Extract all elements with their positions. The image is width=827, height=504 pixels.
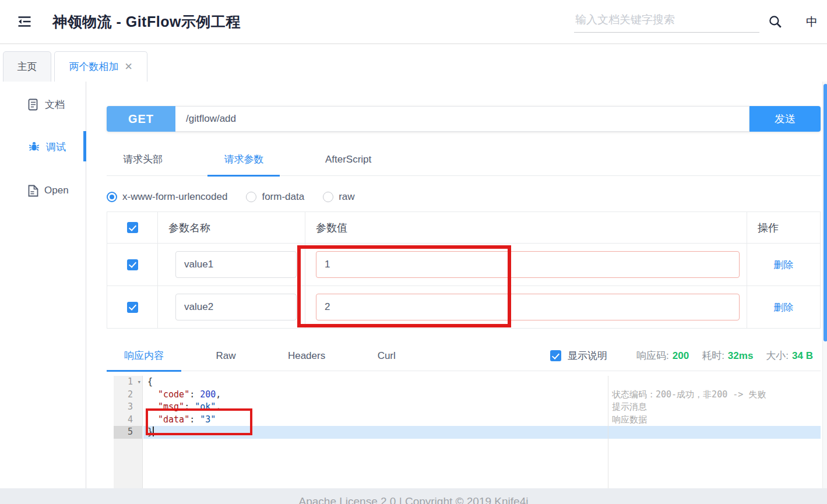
response-header: 响应内容 Raw Headers Curl 显示说明 响应码:200 耗时:32… <box>107 341 821 371</box>
request-url-input[interactable] <box>175 106 749 132</box>
code-line-3: "msg": "ok", <box>143 401 608 414</box>
body-type-options: x-www-form-urlencoded form-data raw <box>107 185 374 209</box>
tab-home[interactable]: 主页 <box>3 51 51 82</box>
tab-headers[interactable]: Headers <box>270 341 343 371</box>
doc-search <box>574 11 759 33</box>
response-tabs: 响应内容 Raw Headers Curl <box>107 341 428 371</box>
note-data: 响应数据 <box>608 414 821 427</box>
radio-label-urlencoded[interactable]: x-www-form-urlencoded <box>122 191 227 203</box>
knife4j-debug-page: 神领物流 - GitFlow示例工程 中 主页 两个数相加 ✕ <box>0 0 827 504</box>
footer-license-text: Apache License 2.0 | Copyright © 2019 Kn… <box>299 494 529 504</box>
row1-name-input[interactable] <box>175 251 297 278</box>
editor-gutter: 1▾ 2 3 4 5 <box>114 376 143 488</box>
note-status-code: 状态编码：200-成功，非200 -> 失败 <box>608 389 821 401</box>
bug-icon <box>28 141 40 153</box>
line-number: 2 <box>114 389 142 401</box>
menu-fold-icon <box>16 13 33 30</box>
fold-icon[interactable]: ▾ <box>137 376 141 389</box>
col-header-param-value: 参数值 <box>305 221 347 235</box>
sidebar-item-doc-label: 文档 <box>45 98 65 111</box>
code-line-2: "code": 200, <box>143 389 608 401</box>
elapsed-item: 耗时:32ms <box>702 349 753 362</box>
radio-label-form-data[interactable]: form-data <box>262 191 304 203</box>
search-icon[interactable] <box>768 14 783 29</box>
tab-home-label: 主页 <box>17 60 37 73</box>
radio-form-data[interactable] <box>246 192 256 202</box>
tab-afterscript[interactable]: AfterScript <box>309 144 388 175</box>
row2-value-input[interactable] <box>316 294 740 320</box>
code-line-1: { <box>143 376 608 389</box>
line-number: 3 <box>114 401 142 414</box>
tab-add-label: 两个数相加 <box>69 60 118 73</box>
json-response-body[interactable]: { "code": 200, "msg": "ok", "data": "3" … <box>143 376 608 488</box>
params-table-header: 参数名称 参数值 操作 <box>107 212 820 243</box>
menu-fold-button[interactable] <box>16 13 33 30</box>
sidebar-item-open-label: Open <box>44 185 69 196</box>
document-icon <box>28 98 39 111</box>
row2-delete-link[interactable]: 删除 <box>774 301 794 314</box>
app-header: 神领物流 - GitFlow示例工程 中 <box>0 0 827 44</box>
radio-label-raw[interactable]: raw <box>339 191 354 203</box>
tab-request-headers[interactable]: 请求头部 <box>107 144 179 175</box>
line-number: 4 <box>114 414 142 427</box>
field-description-panel: 状态编码：200-成功，非200 -> 失败 提示消息 响应数据 <box>608 376 821 488</box>
line-number: 1▾ <box>114 376 142 389</box>
search-input[interactable] <box>575 13 758 26</box>
param-row-value2: 删除 <box>107 286 820 328</box>
row2-name-input[interactable] <box>175 294 297 320</box>
sidebar-item-doc[interactable]: 文档 <box>0 94 86 114</box>
http-method-badge[interactable]: GET <box>107 106 175 132</box>
tab-response-content[interactable]: 响应内容 <box>107 341 181 371</box>
line-number-current: 5 <box>114 426 142 439</box>
tab-raw[interactable]: Raw <box>198 341 253 371</box>
response-meta: 显示说明 响应码:200 耗时:32ms 大小:34 B <box>550 349 821 362</box>
sidebar-item-debug-label: 调试 <box>46 140 66 154</box>
sidebar-item-open[interactable]: Open <box>0 181 86 200</box>
show-desc-label[interactable]: 显示说明 <box>568 349 607 362</box>
size-value: 34 B <box>792 350 813 361</box>
language-toggle[interactable]: 中 <box>806 14 818 30</box>
document-tabstrip: 主页 两个数相加 ✕ <box>0 45 827 82</box>
code-line-4: "data": "3" <box>143 414 608 427</box>
col-header-param-name: 参数名称 <box>158 221 210 235</box>
elapsed-value: 32ms <box>728 350 753 361</box>
vertical-scrollbar[interactable] <box>822 82 827 504</box>
code-line-5: } <box>143 426 608 439</box>
tab-add-two-numbers[interactable]: 两个数相加 ✕ <box>54 51 147 82</box>
tab-request-params[interactable]: 请求参数 <box>207 144 280 175</box>
sidebar-item-debug[interactable]: 调试 <box>0 137 86 157</box>
request-tabs: 请求头部 请求参数 AfterScript <box>107 144 821 176</box>
status-code-value: 200 <box>673 350 689 361</box>
row2-checkbox[interactable] <box>127 302 138 313</box>
tab-close-icon[interactable]: ✕ <box>124 61 132 73</box>
send-button[interactable]: 发送 <box>749 106 821 132</box>
size-item: 大小:34 B <box>766 349 813 362</box>
col-header-action: 操作 <box>747 221 779 235</box>
text-cursor <box>153 427 154 436</box>
select-all-checkbox[interactable] <box>127 222 138 233</box>
row1-checkbox[interactable] <box>127 259 138 270</box>
note-message: 提示消息 <box>608 401 821 414</box>
show-desc-checkbox[interactable] <box>550 350 561 361</box>
row1-value-input[interactable] <box>316 251 740 278</box>
file-icon <box>28 185 38 197</box>
page-footer: Apache License 2.0 | Copyright © 2019 Kn… <box>0 488 827 504</box>
param-row-value1: 删除 <box>107 243 820 286</box>
radio-raw[interactable] <box>323 192 333 202</box>
params-table: 参数名称 参数值 操作 删除 删除 <box>107 212 821 329</box>
tab-curl[interactable]: Curl <box>360 341 413 371</box>
request-bar: GET 发送 <box>107 106 821 132</box>
status-code-item: 响应码:200 <box>636 349 689 362</box>
scrollbar-thumb[interactable] <box>824 84 827 341</box>
page-title: 神领物流 - GitFlow示例工程 <box>52 12 241 31</box>
debug-panel: GET 发送 请求头部 请求参数 AfterScript x-www-form-… <box>86 82 822 488</box>
sidebar: 文档 调试 Open <box>0 82 86 488</box>
response-code-editor[interactable]: 1▾ 2 3 4 5 { "code": 200, "msg": "ok", "… <box>107 376 821 488</box>
row1-delete-link[interactable]: 删除 <box>774 258 794 272</box>
radio-x-www-form-urlencoded[interactable] <box>107 192 117 202</box>
